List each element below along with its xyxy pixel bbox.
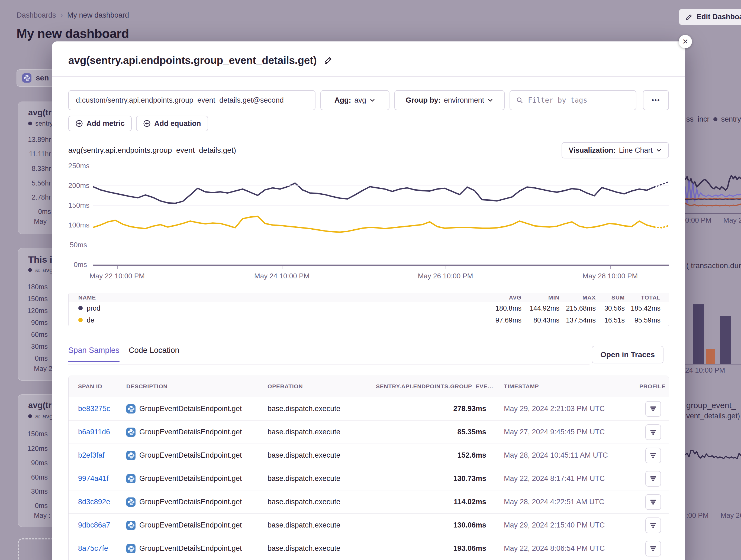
col-operation: OPERATION: [268, 383, 376, 390]
x-axis-tick-mark: [282, 266, 282, 269]
table-row: be83275c GroupEventDetailsEndpoint.get b…: [69, 397, 669, 420]
bg-right-widget-title: ( transaction.duratio: [686, 261, 741, 270]
col-description: DESCRIPTION: [126, 383, 268, 390]
chart-query-label: avg(sentry.api.endpoints.group_event_det…: [68, 146, 236, 155]
bg-ytick: 5.56hr: [18, 179, 51, 187]
divider: [52, 76, 685, 77]
group-by-value: environment: [444, 96, 484, 104]
span-id-link[interactable]: b2ef3faf: [78, 451, 105, 459]
x-axis-tick: May 24 10:00 PM: [254, 272, 310, 280]
open-in-traces-button[interactable]: Open in Traces: [592, 346, 664, 364]
profile-button[interactable]: [645, 401, 661, 417]
y-axis-tick: 150ms: [68, 201, 87, 210]
profile-flamegraph-icon: [650, 428, 657, 436]
profile-button[interactable]: [645, 517, 661, 533]
span-operation: base.dispatch.execute: [268, 521, 376, 530]
span-id-link[interactable]: be83275c: [78, 405, 110, 413]
add-equation-button[interactable]: Add equation: [136, 115, 208, 131]
table-row[interactable]: de 97.69ms 80.43ms 137.54ms 16.51s 95.59…: [69, 314, 669, 326]
span-table-header: SPAN ID DESCRIPTION OPERATION SENTRY.API…: [69, 376, 669, 397]
tabs: Span Samples Code Location: [68, 346, 669, 361]
bg-right-legend: ss_incr sentry.t: [686, 115, 741, 124]
profile-flamegraph-icon: [650, 545, 657, 552]
span-metric-value: 193.06ms: [376, 544, 486, 553]
col-span-id: SPAN ID: [78, 383, 126, 390]
bg-right-xlabels-bottom: :00 PM May 26: [686, 511, 741, 519]
col-profile: PROFILE: [639, 383, 669, 390]
span-id-link[interactable]: 9dbc86a7: [78, 521, 110, 529]
tag-filter-input[interactable]: [527, 96, 630, 104]
bg-ytick: 30ms: [18, 342, 48, 350]
breadcrumb-dashboards[interactable]: Dashboards: [16, 11, 56, 19]
series-color-dot: [78, 306, 83, 310]
bg-ytick: 0ms: [18, 502, 48, 510]
span-description: GroupEventDetailsEndpoint.get: [139, 428, 242, 436]
span-metric-value: 130.06ms: [376, 521, 486, 530]
bg-right-title-frag-1: group_event_: [686, 401, 736, 410]
series-color-dot: [78, 318, 83, 322]
span-metric-value: 278.93ms: [376, 405, 486, 413]
more-options-button[interactable]: •••: [643, 90, 669, 110]
summary-table-header: NAME AVG MIN MAX SUM TOTAL: [69, 293, 669, 302]
chevron-down-icon: [369, 97, 376, 103]
y-axis-tick: 200ms: [68, 181, 87, 190]
span-timestamp: May 29, 2024 2:15:40 PM UTC: [486, 521, 639, 530]
bg-ytick: 90ms: [18, 319, 48, 327]
span-id-link[interactable]: 8a75c7fe: [78, 544, 108, 552]
profile-button[interactable]: [645, 471, 661, 487]
metric-details-modal: avg(sentry.api.endpoints.group_event_det…: [52, 42, 685, 560]
metric-line-chart: 250ms 200ms 150ms 100ms 50ms 0ms May 22 …: [68, 166, 669, 279]
x-axis-tick-mark: [610, 266, 611, 269]
profile-button[interactable]: [645, 424, 661, 440]
span-operation: base.dispatch.execute: [268, 405, 376, 413]
col-timestamp: TIMESTAMP: [486, 383, 639, 390]
close-button[interactable]: ✕: [679, 35, 692, 48]
metric-select-field[interactable]: d:custom/sentry.api.endpoints.group_even…: [68, 90, 316, 110]
bg-ytick: 0ms: [18, 354, 48, 362]
bg-ytick: 150ms: [18, 430, 48, 438]
profile-button[interactable]: [645, 541, 661, 556]
tab-code-location[interactable]: Code Location: [129, 346, 180, 361]
bg-ytick: 120ms: [18, 445, 48, 453]
bg-right-line-chart: [685, 171, 741, 214]
bg-ytick: 60ms: [18, 473, 48, 481]
span-timestamp: May 22, 2024 8:17:41 PM UTC: [486, 474, 639, 483]
bg-widget-3-legend: a: avg(: [28, 412, 55, 420]
aggregate-dropdown[interactable]: Agg: avg: [320, 90, 390, 110]
edit-title-icon[interactable]: [324, 56, 333, 65]
y-axis-tick: 50ms: [68, 240, 87, 249]
table-row: 9974a41f GroupEventDetailsEndpoint.get b…: [69, 467, 669, 490]
search-icon: [516, 97, 523, 104]
plus-circle-icon: [75, 120, 83, 127]
chevron-down-icon: [487, 97, 493, 103]
python-icon: [126, 404, 136, 413]
span-id-link[interactable]: 8d3c892e: [78, 498, 110, 506]
plot-area[interactable]: May 22 10:00 PM May 24 10:00 PM May 26 1…: [93, 166, 669, 266]
bg-ytick: 0ms: [18, 208, 51, 216]
visualization-dropdown[interactable]: Visualization: Line Chart: [561, 142, 669, 158]
line-series: [93, 166, 669, 264]
bg-xtick: May :: [34, 511, 50, 519]
profile-button[interactable]: [645, 494, 661, 510]
bg-ytick: 11.11hr: [18, 150, 51, 158]
edit-dashboard-button[interactable]: Edit Dashboard: [679, 9, 741, 25]
python-icon: [126, 521, 136, 530]
tag-filter-field[interactable]: [510, 90, 636, 110]
table-row[interactable]: prod 180.8ms 144.92ms 215.68ms 30.56s 18…: [69, 302, 669, 314]
profile-button[interactable]: [645, 448, 661, 463]
span-id-link[interactable]: b6a911d6: [78, 428, 110, 436]
span-id-link[interactable]: 9974a41f: [78, 474, 109, 483]
series-summary-table: NAME AVG MIN MAX SUM TOTAL prod 180.8ms …: [68, 293, 669, 326]
table-row: 8d3c892e GroupEventDetailsEndpoint.get b…: [69, 490, 669, 513]
tab-span-samples[interactable]: Span Samples: [68, 346, 120, 361]
breadcrumb: Dashboards › My new dashboard: [16, 11, 129, 19]
profile-flamegraph-icon: [650, 475, 657, 483]
python-icon: [126, 451, 136, 460]
span-operation: base.dispatch.execute: [268, 498, 376, 506]
python-icon: [126, 497, 136, 507]
samples-tabs-row: Span Samples Code Location Open in Trace…: [68, 346, 669, 365]
add-metric-label: Add metric: [86, 119, 125, 128]
span-timestamp: May 29, 2024 2:21:03 PM UTC: [486, 405, 639, 413]
group-by-dropdown[interactable]: Group by: environment: [394, 90, 504, 110]
add-metric-button[interactable]: Add metric: [68, 115, 132, 131]
